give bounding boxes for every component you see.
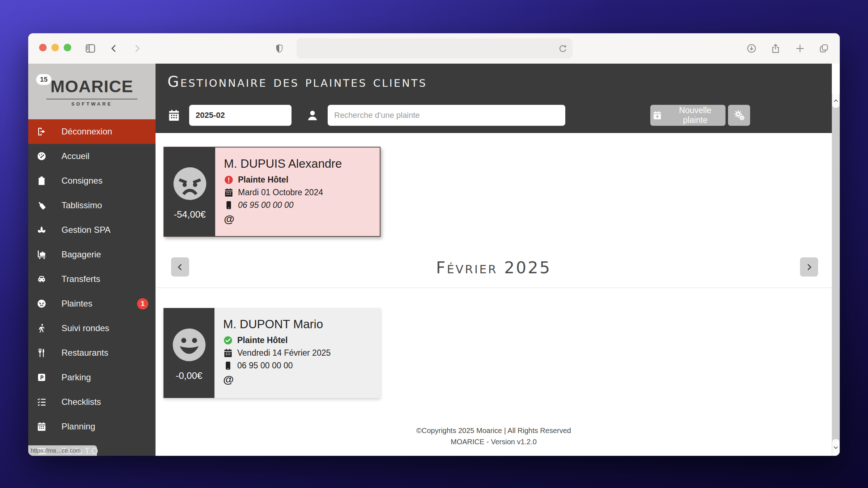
mobile-phone-icon <box>224 200 234 210</box>
angry-face-icon <box>36 298 47 309</box>
link-preview-url: https://ma…ce.com <box>31 448 81 454</box>
scrollbar[interactable] <box>832 94 840 456</box>
calendar-icon <box>224 188 234 197</box>
month-title: Février 2025 <box>156 258 832 277</box>
downloads-button[interactable] <box>744 41 759 56</box>
tasks-icon <box>36 397 47 407</box>
sign-out-icon <box>36 126 47 137</box>
sidebar-toggle-button[interactable] <box>83 41 98 56</box>
complaint-details: M. DUPUIS Alexandre Plainte Hôtel <box>215 147 380 236</box>
back-button[interactable] <box>107 41 121 56</box>
logo-title: MOARICE <box>46 76 138 99</box>
desktop-wallpaper: MOARICE SOFTWARE Déconnexion Accueil Co <box>0 0 868 488</box>
email-at-icon: @ <box>223 373 377 386</box>
spa-icon <box>36 224 47 235</box>
complaint-details: M. DUPONT Mario Plainte Hôtel <box>214 308 380 398</box>
parking-icon <box>36 372 47 383</box>
complaint-date: Mardi 01 Octobre 2024 <box>238 188 323 197</box>
reload-icon <box>557 43 568 54</box>
close-window-button[interactable] <box>39 44 47 51</box>
main-content: Gestionnaire des plaintes clients <box>156 64 840 456</box>
complaint-type: Plainte Hôtel <box>238 175 288 185</box>
zoom-window-button[interactable] <box>64 44 71 51</box>
app-header: Gestionnaire des plaintes clients <box>156 64 832 133</box>
sidebar-item-consignes[interactable]: Consignes 15 <box>28 168 156 193</box>
new-tab-button[interactable] <box>793 41 807 56</box>
sidebar-item-bagagerie[interactable]: Bagagerie <box>28 242 156 267</box>
new-complaint-button[interactable]: Nouvelle plainte <box>650 105 726 126</box>
share-icon <box>770 43 781 54</box>
complaint-mood-panel: -0,00€ <box>163 308 214 398</box>
scroll-up-button[interactable] <box>832 94 839 108</box>
sidebar-item-deconnexion[interactable]: Déconnexion <box>28 119 156 144</box>
complaint-card-dupuis[interactable]: -54,00€ M. DUPUIS Alexandre Plainte Hôte… <box>163 147 380 237</box>
chevron-up-icon <box>833 98 839 104</box>
privacy-shield-icon[interactable] <box>272 41 286 56</box>
page-title: Gestionnaire des plaintes clients <box>167 73 427 90</box>
scroll-down-button[interactable] <box>832 439 839 456</box>
wine-bottle-icon <box>36 200 47 211</box>
sidebar-item-suivi-rondes[interactable]: Suivi rondes <box>28 316 156 341</box>
sidebar-item-transferts[interactable]: Transferts <box>28 267 156 291</box>
complaint-card-dupont[interactable]: -0,00€ M. DUPONT Mario Plainte Hôtel <box>163 308 380 398</box>
forward-chevron-icon <box>132 43 142 53</box>
email-at-icon: @ <box>224 213 376 225</box>
complaint-phone: 06 95 00 00 00 <box>237 361 293 371</box>
clipboard-icon <box>36 175 47 186</box>
search-input[interactable] <box>328 105 565 126</box>
tab-overview-button[interactable] <box>817 41 831 56</box>
alert-status-icon <box>224 175 234 185</box>
luggage-cart-icon <box>36 249 47 260</box>
calendar-icon <box>36 421 47 432</box>
copyright-line: ©Copyrights 2025 Moarice | All Rights Re… <box>156 425 832 436</box>
plaintes-count-badge: 1 <box>137 298 148 309</box>
address-bar[interactable] <box>297 38 573 59</box>
calendar-icon <box>223 348 233 358</box>
minimize-window-button[interactable] <box>51 44 59 51</box>
version-line: MOARICE - Version v1.2.0 <box>156 436 832 448</box>
sidebar-item-accueil[interactable]: Accueil <box>28 144 156 168</box>
month-input[interactable] <box>189 105 292 126</box>
complaint-phone: 06 95 00 00 00 <box>238 200 293 210</box>
sidebar-item-restaurants[interactable]: Restaurants <box>28 341 156 365</box>
calendar-plus-icon <box>652 110 662 120</box>
browser-toolbar <box>28 33 840 64</box>
tabs-icon <box>818 43 829 54</box>
browser-window: MOARICE SOFTWARE Déconnexion Accueil Co <box>28 33 840 456</box>
dashboard-icon <box>36 151 47 162</box>
sidebar-item-plaintes[interactable]: Plaintes 1 <box>28 291 156 316</box>
ok-status-icon <box>223 335 233 345</box>
plus-icon <box>795 43 805 54</box>
next-month-button[interactable] <box>800 257 818 277</box>
car-icon <box>36 274 47 284</box>
client-name: M. DUPONT Mario <box>223 317 377 331</box>
complaint-mood-panel: -54,00€ <box>164 147 215 236</box>
app-logo: MOARICE SOFTWARE <box>28 64 156 119</box>
consignes-count-badge: 15 <box>36 74 51 85</box>
sidebar-item-planning[interactable]: Planning <box>28 414 156 439</box>
page-footer: ©Copyrights 2025 Moarice | All Rights Re… <box>156 425 832 448</box>
walking-icon <box>36 323 47 334</box>
sidebar-item-tablissimo[interactable]: Tablissimo <box>28 193 156 218</box>
back-chevron-icon <box>109 43 119 53</box>
download-icon <box>746 43 757 54</box>
complaints-page: -54,00€ M. DUPUIS Alexandre Plainte Hôte… <box>156 133 832 456</box>
section-divider <box>156 287 832 288</box>
forward-button[interactable] <box>130 41 144 56</box>
sidebar-item-parking[interactable]: Parking <box>28 365 156 390</box>
sidebar-menu: Déconnexion Accueil Consignes 15 Tabliss… <box>28 119 156 456</box>
complaint-amount: -54,00€ <box>174 209 205 220</box>
share-button[interactable] <box>768 41 783 56</box>
utensils-icon <box>36 347 47 358</box>
toolbar: Nouvelle plainte <box>167 105 832 126</box>
angry-face-icon <box>170 163 210 204</box>
sidebar-toggle-icon <box>85 43 96 54</box>
sidebar-item-gestion-spa[interactable]: Gestion SPA <box>28 218 156 242</box>
complaint-amount: -0,00€ <box>176 370 203 381</box>
settings-button[interactable] <box>728 105 750 126</box>
reload-button[interactable] <box>557 43 568 54</box>
happy-face-icon <box>169 325 209 365</box>
sidebar-item-checklists[interactable]: Checklists <box>28 390 156 414</box>
complaint-type: Plainte Hôtel <box>237 335 288 345</box>
complaint-date: Vendredi 14 Février 2025 <box>237 348 331 358</box>
